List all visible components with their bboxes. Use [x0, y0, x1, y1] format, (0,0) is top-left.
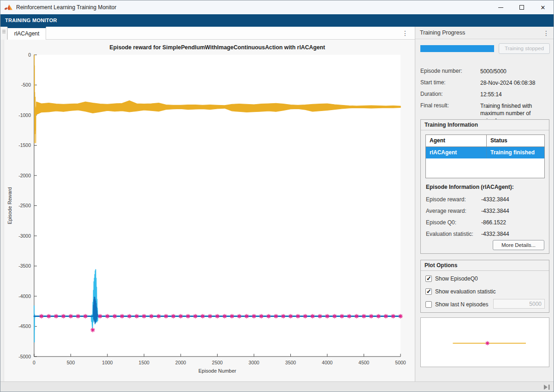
- agents-table: Agent Status rlACAgent Training finished: [425, 135, 545, 178]
- checkbox-row-show-last-n-episodes: Show last N episodes: [425, 300, 488, 309]
- kebab-icon: ⋮: [402, 29, 408, 37]
- maximize-icon: [519, 5, 524, 10]
- minimize-icon: [498, 7, 503, 8]
- figure-area: 0500100015002000250030003500400045005000…: [4, 40, 415, 381]
- grip-icon: [2, 30, 6, 34]
- panel-title: Training Progress: [420, 29, 465, 36]
- svg-text:-5000: -5000: [18, 354, 31, 359]
- more-details-button[interactable]: More Details...: [493, 240, 544, 250]
- training-progress-bar: [420, 45, 494, 52]
- panel-header: Training Progress ⋮: [415, 27, 554, 39]
- training-stopped-button[interactable]: Training stopped: [499, 43, 550, 54]
- svg-text:1500: 1500: [139, 360, 150, 365]
- stat-value: -4332.3844: [481, 196, 509, 203]
- mini-plot-panel: [420, 317, 549, 367]
- svg-text:0: 0: [33, 360, 35, 365]
- svg-text:3000: 3000: [248, 360, 259, 365]
- table-header-row: Agent Status: [426, 135, 544, 147]
- skip-right-icon: [544, 385, 548, 390]
- column-header-status: Status: [487, 135, 544, 146]
- window-title: Reinforcement Learning Training Monitor: [16, 4, 116, 11]
- checkbox-label: Show evaluation statistic: [435, 288, 495, 295]
- svg-text:3500: 3500: [285, 360, 296, 365]
- ribbon-tab-training-monitor[interactable]: TRAINING MONITOR: [0, 14, 62, 27]
- svg-text:-4000: -4000: [18, 293, 31, 299]
- progress-fill: [420, 45, 494, 52]
- episode-reward-chart: 0500100015002000250030003500400045005000…: [4, 40, 415, 381]
- cell-status: Training finished: [487, 147, 544, 158]
- last-n-episodes-input[interactable]: [493, 299, 545, 309]
- tab-strip-menu-button[interactable]: ⋮: [401, 29, 409, 38]
- svg-text:-2500: -2500: [18, 203, 31, 208]
- checkbox-row-show-episodeq0: Show EpisodeQ0: [425, 275, 478, 283]
- checkbox-label: Show last N episodes: [435, 301, 488, 308]
- stat-value: -4332.3844: [481, 208, 509, 214]
- stat-value: -4332.3844: [481, 231, 509, 237]
- table-row[interactable]: rlACAgent Training finished: [426, 147, 544, 158]
- tab-rlacagent[interactable]: rlACAgent: [7, 27, 46, 40]
- show-evaluation-statistic-checkbox[interactable]: [425, 288, 432, 295]
- cell-agent: rlACAgent: [426, 147, 487, 158]
- svg-text:Episode Reward: Episode Reward: [7, 187, 12, 224]
- svg-text:5000: 5000: [395, 360, 406, 365]
- training-progress-panel: Training Progress ⋮ Training stopped Epi…: [415, 27, 554, 381]
- svg-text:4000: 4000: [322, 360, 333, 365]
- svg-text:-1500: -1500: [18, 142, 31, 148]
- svg-text:Episode Number: Episode Number: [199, 368, 236, 374]
- svg-text:1000: 1000: [102, 360, 113, 365]
- document-tab-strip: rlACAgent ⋮: [0, 27, 415, 40]
- mini-plot: [421, 318, 549, 367]
- maximize-button[interactable]: [511, 0, 532, 14]
- svg-text:-1000: -1000: [18, 112, 31, 118]
- field-label: Final result:: [420, 102, 449, 109]
- panel-grip[interactable]: [0, 27, 7, 40]
- close-icon: ✕: [541, 5, 546, 11]
- tab-label: rlACAgent: [14, 30, 40, 37]
- training-information-section: Training Information Agent Status rlACAg…: [420, 119, 549, 254]
- field-value: 28-Nov-2024 06:08:38: [480, 79, 550, 87]
- field-value: 5000/5000: [480, 68, 550, 75]
- svg-text:-3500: -3500: [18, 263, 31, 269]
- svg-text:500: 500: [67, 360, 75, 365]
- svg-text:Episode reward for SimplePendl: Episode reward for SimplePendlumWithImag…: [110, 44, 325, 51]
- stat-label: Episode reward:: [426, 196, 466, 203]
- field-label: Duration:: [420, 91, 443, 97]
- field-label: Start time:: [420, 79, 446, 86]
- stat-value: -866.1522: [481, 219, 506, 226]
- stat-label: Average reward:: [426, 208, 466, 214]
- plot-options-section: Plot Options Show EpisodeQ0 Show evaluat…: [420, 260, 549, 313]
- field-label: Episode number:: [420, 68, 462, 74]
- svg-text:4500: 4500: [359, 360, 370, 365]
- matlab-logo-icon: [4, 4, 12, 11]
- title-bar: Reinforcement Learning Training Monitor …: [0, 0, 554, 14]
- minimize-button[interactable]: [490, 0, 511, 14]
- stat-label: Evaluation statistic:: [426, 231, 473, 237]
- section-title: Plot Options: [421, 260, 549, 271]
- bottom-collapsed-bar: [0, 381, 554, 392]
- svg-text:-2000: -2000: [18, 173, 31, 178]
- show-last-n-episodes-checkbox[interactable]: [425, 301, 432, 308]
- kebab-icon: ⋮: [543, 29, 549, 37]
- show-episodeq0-checkbox[interactable]: [425, 275, 432, 282]
- panel-menu-button[interactable]: ⋮: [542, 29, 550, 38]
- episode-info-title: Episode Information (rlACAgent):: [426, 184, 514, 190]
- stat-label: Episode Q0:: [426, 219, 456, 226]
- toolstrip-ribbon: TRAINING MONITOR: [0, 14, 554, 27]
- checkbox-row-show-evaluation-statistic: Show evaluation statistic: [425, 287, 495, 296]
- expand-right-button[interactable]: [543, 384, 551, 390]
- column-header-agent: Agent: [426, 135, 487, 146]
- svg-text:-3000: -3000: [18, 233, 31, 239]
- svg-text:-4500: -4500: [18, 323, 31, 329]
- section-title: Training Information: [421, 120, 549, 130]
- svg-text:2500: 2500: [212, 360, 223, 365]
- app-window: Reinforcement Learning Training Monitor …: [0, 0, 554, 392]
- close-button[interactable]: ✕: [532, 0, 554, 14]
- svg-text:2000: 2000: [175, 360, 186, 365]
- svg-text:0: 0: [28, 52, 31, 58]
- svg-text:-500: -500: [21, 82, 31, 88]
- checkbox-label: Show EpisodeQ0: [435, 275, 478, 282]
- field-value: 12:55:14: [480, 91, 550, 98]
